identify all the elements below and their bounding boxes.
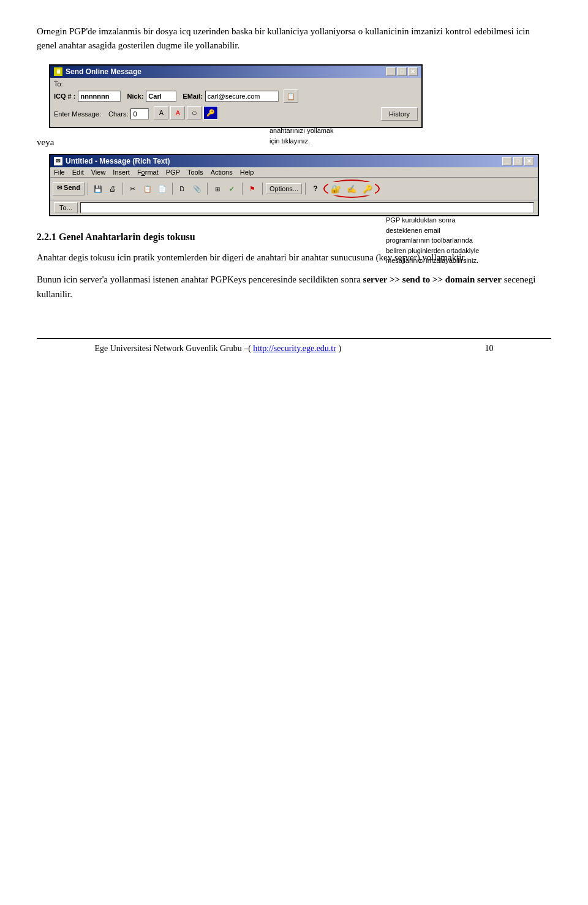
menu-tools[interactable]: Tools [187, 169, 203, 176]
outlook-window-wrapper: ✉ Untitled - Message (Rich Text) _ □ ✕ F… [37, 154, 527, 216]
icq-window-title: Send Online Message [66, 67, 141, 76]
help-icon: ? [313, 184, 317, 193]
paste-icon: 📄 [158, 185, 167, 193]
table-button[interactable]: ⊞ [211, 182, 224, 195]
footer-text: Ege Universitesi Network Guvenlik Grubu … [94, 344, 493, 353]
nick-label: Nick: [127, 93, 143, 100]
footer: Ege Universitesi Network Guvenlik Grubu … [37, 338, 551, 354]
outlook-to-row: To... [50, 200, 538, 215]
icq-format-toolbar: A A ☺ 🔑 [154, 105, 218, 121]
history-button[interactable]: History [381, 107, 418, 121]
icq-window-controls: _ □ ✕ [386, 67, 418, 76]
pgp-sign-button[interactable]: ✍ [344, 182, 359, 195]
nick-field[interactable]: Carl [146, 91, 176, 102]
email-field[interactable]: carl@secure.com [205, 91, 279, 102]
menu-actions[interactable]: Actions [211, 169, 233, 176]
icq-message-row: Enter Message: Chars: 0 A A ☺ 🔑 History [54, 105, 418, 123]
toolbar-separator-2 [123, 183, 123, 195]
icq-titlebar-left: 🖥 Send Online Message [54, 67, 141, 76]
email-label: EMail: [183, 93, 202, 100]
outlook-titlebar: ✉ Untitled - Message (Rich Text) _ □ ✕ [50, 155, 538, 167]
copy-icon: 📋 [143, 185, 152, 193]
pgp-sign-icon: ✍ [347, 184, 356, 194]
pgp-encrypt-button[interactable]: 🔐 [328, 182, 343, 195]
pgp-key-button[interactable]: 🔑 [360, 182, 375, 195]
intro-paragraph: Ornegin PGP'de imzalanmis bir dosya icq … [37, 25, 551, 52]
icq-window: 🖥 Send Online Message _ □ ✕ To: ICQ # : … [49, 64, 423, 128]
menu-help[interactable]: Help [240, 169, 254, 176]
outlook-window-icon: ✉ [54, 157, 62, 165]
cut-icon: ✂ [130, 185, 135, 193]
cut-button[interactable]: ✂ [126, 182, 140, 195]
outlook-maximize-button[interactable]: □ [513, 157, 523, 165]
outlook-titlebar-left: ✉ Untitled - Message (Rich Text) [54, 157, 170, 165]
outlook-menubar: File Edit View Insert Format PGP Tools A… [50, 167, 538, 178]
key-send-button[interactable]: 🔑 [203, 106, 218, 119]
send-button[interactable]: ✉ Send [53, 182, 85, 195]
icq-titlebar: 🖥 Send Online Message _ □ ✕ [50, 66, 421, 78]
help-button[interactable]: ? [309, 182, 322, 195]
icq-body: To: ICQ # : nnnnnnn Nick: Carl EMail: ca… [50, 78, 421, 127]
outlook-close-button[interactable]: ✕ [524, 157, 534, 165]
toolbar-separator-3 [172, 183, 173, 195]
smiley-button[interactable]: ☺ [187, 106, 202, 119]
icq-annotation: anahtarınızı yollamakiçin tıklayınız. [270, 126, 380, 146]
paste-button[interactable]: 📄 [156, 182, 169, 195]
icq-number-field[interactable]: nnnnnnn [78, 91, 121, 102]
table-icon: ⊞ [215, 186, 220, 192]
toolbar-separator-6 [262, 183, 263, 195]
spellcheck-button[interactable]: ✓ [225, 182, 239, 195]
chars-label: Chars: [108, 110, 128, 118]
outlook-window: ✉ Untitled - Message (Rich Text) _ □ ✕ F… [49, 154, 539, 216]
pgp-key-icon: 🔑 [363, 184, 372, 194]
to-field[interactable] [80, 202, 534, 213]
icq-to-label: To: [54, 80, 63, 88]
outlook-toolbar: ✉ Send 💾 🖨 ✂ 📋 📄 🗋 � [50, 178, 538, 200]
icq-to-row: To: [54, 80, 418, 88]
maximize-button[interactable]: □ [397, 67, 407, 76]
pgp-annotation-text: PGP kurulduktan sonradesteklenen emailpr… [386, 216, 479, 264]
spellcheck-icon: ✓ [229, 185, 235, 193]
attach-icon: 📎 [193, 185, 202, 193]
menu-insert[interactable]: Insert [113, 169, 130, 176]
print-icon: 🖨 [109, 185, 116, 192]
icq-window-wrapper: 🖥 Send Online Message _ □ ✕ To: ICQ # : … [37, 64, 527, 128]
to-button[interactable]: To... [54, 202, 78, 213]
flag-button[interactable]: ⚑ [246, 182, 259, 195]
toolbar-separator-7 [305, 183, 306, 195]
footer-link[interactable]: http://security.ege.edu.tr [253, 344, 336, 353]
options-button[interactable]: Options... [266, 183, 302, 194]
flag-icon: ⚑ [249, 185, 255, 193]
close-button[interactable]: ✕ [408, 67, 418, 76]
font-button[interactable]: A [154, 106, 168, 119]
address-button[interactable]: 🗋 [176, 182, 189, 195]
address-icon: 🗋 [179, 185, 186, 192]
color-button[interactable]: A [170, 106, 185, 119]
outlook-pgp-annotation: PGP kurulduktan sonradesteklenen emailpr… [386, 215, 527, 266]
footer-page: 10 [485, 344, 494, 353]
icq-fields-row: ICQ # : nnnnnnn Nick: Carl EMail: carl@s… [54, 89, 418, 103]
menu-format[interactable]: Format [137, 169, 159, 176]
save-button[interactable]: 💾 [91, 182, 105, 195]
menu-view[interactable]: View [91, 169, 106, 176]
toolbar-separator-5 [242, 183, 243, 195]
chars-field: 0 [130, 108, 149, 119]
toolbar-separator-1 [88, 183, 88, 195]
email-icon-button[interactable]: 📋 [284, 89, 298, 103]
pgp-toolbar-group: 🔐 ✍ 🔑 [323, 180, 380, 198]
menu-file[interactable]: File [54, 169, 65, 176]
menu-pgp[interactable]: PGP [166, 169, 180, 176]
copy-button[interactable]: 📋 [141, 182, 154, 195]
icq-window-icon: 🖥 [54, 67, 62, 76]
attach-button[interactable]: 📎 [190, 182, 204, 195]
outlook-window-title: Untitled - Message (Rich Text) [66, 157, 170, 165]
minimize-button[interactable]: _ [386, 67, 396, 76]
outlook-window-controls: _ □ ✕ [502, 157, 534, 165]
print-button[interactable]: 🖨 [106, 182, 119, 195]
icq-num-label: ICQ # : [54, 93, 75, 100]
toolbar-separator-4 [207, 183, 208, 195]
outlook-minimize-button[interactable]: _ [502, 157, 512, 165]
icq-annotation-text: anahtarınızı yollamakiçin tıklayınız. [270, 127, 334, 145]
section-body-2: Bunun icin server'a yollanmasi istenen a… [37, 272, 551, 301]
menu-edit[interactable]: Edit [72, 169, 84, 176]
